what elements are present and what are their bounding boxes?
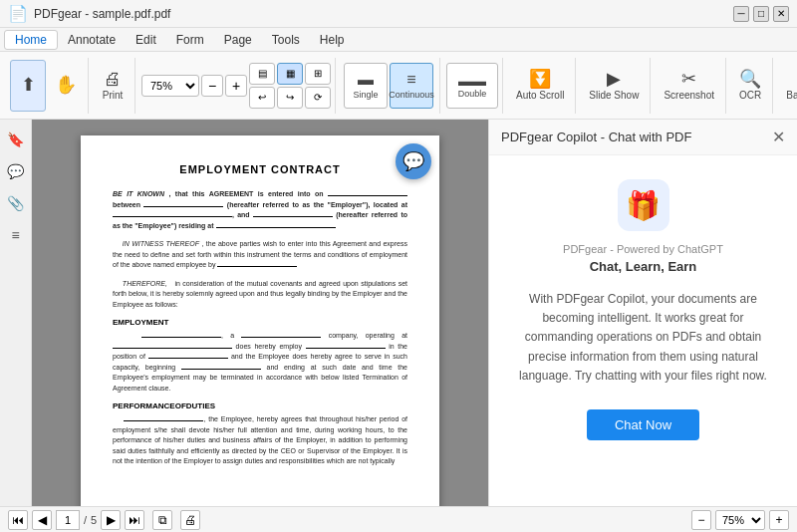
status-left: ⏮ ◀ / 5 ▶ ⏭ ⧉ 🖨 — [8, 510, 200, 530]
page-separator: / — [84, 514, 87, 526]
attachment-icon[interactable]: 📎 — [4, 191, 28, 215]
menu-bar: Home Annotate Edit Form Page Tools Help — [0, 28, 797, 52]
zoom-status-select[interactable]: 75% 50% 100% — [715, 510, 765, 530]
chat-now-button[interactable]: Chat Now — [587, 409, 699, 440]
view-btn-4[interactable]: ↩ — [249, 87, 275, 109]
pdf-blank-12 — [181, 369, 261, 370]
single-page-button[interactable]: ▬ Single — [344, 63, 388, 109]
continuous-page-button[interactable]: ≡ Continuous — [390, 63, 433, 109]
first-page-button[interactable]: ⏮ — [8, 510, 28, 530]
print-button[interactable]: 🖨 Print — [95, 60, 131, 112]
menu-tools[interactable]: Tools — [262, 31, 310, 49]
ocr-icon: 🔍 — [739, 70, 761, 88]
page-view-group: ▬ Single ≡ Continuous — [338, 58, 440, 114]
comment-icon[interactable]: 💬 — [4, 159, 28, 183]
continuous-label: Continuous — [389, 90, 434, 100]
pdf-blank-13 — [124, 420, 203, 421]
chat-fab-button[interactable]: 💬 — [396, 143, 431, 179]
zoom-in-button[interactable]: + — [225, 75, 247, 97]
pdf-blank-4 — [253, 216, 333, 217]
auto-scroll-label: Auto Scroll — [516, 90, 564, 101]
minimize-button[interactable]: ─ — [733, 6, 749, 22]
pdf-paragraph-1: BE IT KNOWN , that this AGREEMENT is ent… — [113, 189, 407, 231]
close-button[interactable]: ✕ — [773, 6, 789, 22]
menu-page[interactable]: Page — [214, 31, 262, 49]
total-pages: 5 — [91, 514, 97, 526]
view-toggle-group: ▤ ▦ ⊞ ↩ ↪ ⟳ — [249, 63, 331, 109]
print-icon: 🖨 — [104, 70, 122, 88]
single-label: Single — [353, 90, 378, 100]
pdf-page: 💬 EMPLOYMENT CONTRACT BE IT KNOWN , that… — [81, 135, 439, 506]
next-page-button[interactable]: ▶ — [101, 510, 121, 530]
pdf-document-title: EMPLOYMENT CONTRACT — [113, 163, 407, 175]
menu-annotate[interactable]: Annotate — [58, 31, 126, 49]
hand-icon: ✋ — [55, 76, 77, 94]
layers-icon[interactable]: ≡ — [4, 223, 28, 247]
zoom-in-status-button[interactable]: + — [769, 510, 789, 530]
ocr-button[interactable]: 🔍 OCR — [732, 60, 768, 112]
pdf-blank-9 — [113, 348, 232, 349]
print-status-button[interactable]: 🖨 — [180, 510, 200, 530]
auto-scroll-button[interactable]: ⏬ Auto Scroll — [509, 60, 571, 112]
title-bar: 📄 PDFgear - sample.pdf.pdf ─ □ ✕ — [0, 0, 797, 28]
toolbar: ⬆ ✋ 🖨 Print 75% 50% 100% 125% 150% − + ▤… — [0, 52, 797, 120]
print-label: Print — [103, 90, 124, 101]
pdf-blank-11 — [148, 358, 228, 359]
view-btn-3[interactable]: ⊞ — [305, 63, 331, 85]
continuous-icon: ≡ — [406, 71, 415, 89]
select-tool-button[interactable]: ⬆ — [10, 60, 46, 112]
auto-scroll-group: ⏬ Auto Scroll — [505, 58, 576, 114]
app-title: PDFgear - sample.pdf.pdf — [34, 7, 170, 21]
ocr-group: 🔍 OCR — [728, 58, 773, 114]
background-button[interactable]: 🎨 Background — [779, 60, 797, 112]
zoom-out-status-button[interactable]: − — [691, 510, 711, 530]
menu-edit[interactable]: Edit — [126, 31, 166, 49]
left-sidebar: 🔖 💬 📎 ≡ — [0, 120, 32, 506]
copilot-content: 🎁 PDFgear - Powered by ChatGPT Chat, Lea… — [489, 155, 797, 506]
copilot-description: With PDFgear Copilot, your documents are… — [509, 290, 777, 386]
prev-page-button[interactable]: ◀ — [32, 510, 52, 530]
view-btn-1[interactable]: ▤ — [249, 63, 275, 85]
slideshow-icon: ▶ — [607, 70, 621, 88]
pdf-blank-1 — [328, 195, 407, 196]
menu-form[interactable]: Form — [166, 31, 214, 49]
bookmark-icon[interactable]: 🔖 — [4, 128, 28, 151]
zoom-out-button[interactable]: − — [201, 75, 223, 97]
slideshow-label: Slide Show — [589, 90, 639, 101]
menu-home[interactable]: Home — [4, 30, 58, 50]
screenshot-group: ✂ Screenshot — [653, 58, 726, 114]
current-page-input[interactable] — [56, 510, 80, 530]
background-label: Background — [786, 90, 797, 101]
pdf-blank-5 — [216, 227, 336, 228]
pdf-paragraph-2: IN WITNESS THEREOF , the above parties w… — [113, 239, 407, 271]
menu-help[interactable]: Help — [310, 31, 355, 49]
copilot-logo-icon: 🎁 — [626, 189, 661, 222]
slideshow-button[interactable]: ▶ Slide Show — [582, 60, 646, 112]
title-bar-controls: ─ □ ✕ — [733, 6, 789, 22]
view-btn-6[interactable]: ⟳ — [305, 87, 331, 109]
pdf-area: 💬 EMPLOYMENT CONTRACT BE IT KNOWN , that… — [32, 120, 488, 506]
print-group: 🖨 Print — [91, 58, 135, 114]
copy-status-button[interactable]: ⧉ — [152, 510, 172, 530]
pdf-blank-7 — [141, 337, 221, 338]
auto-scroll-icon: ⏬ — [529, 70, 551, 88]
ocr-label: OCR — [739, 90, 761, 101]
last-page-button[interactable]: ⏭ — [125, 510, 144, 530]
pdf-performance-text: , the Employee, hereby agrees that throu… — [113, 414, 407, 467]
maximize-button[interactable]: □ — [753, 6, 769, 22]
copilot-brand: PDFgear - Powered by ChatGPT — [563, 243, 723, 255]
view-btn-5[interactable]: ↪ — [277, 87, 303, 109]
select-tools-group: ⬆ ✋ — [6, 58, 89, 114]
single-page-icon: ▬ — [358, 71, 374, 89]
zoom-group: 75% 50% 100% 125% 150% − + ▤ ▦ ⊞ ↩ ↪ ⟳ — [137, 58, 336, 114]
screenshot-button[interactable]: ✂ Screenshot — [657, 60, 721, 112]
hand-tool-button[interactable]: ✋ — [48, 60, 84, 112]
pdf-blank-6 — [217, 266, 297, 267]
copilot-close-button[interactable]: ✕ — [772, 128, 785, 146]
status-bar: ⏮ ◀ / 5 ▶ ⏭ ⧉ 🖨 − 75% 50% 100% + — [0, 506, 797, 532]
copilot-logo: 🎁 — [618, 179, 669, 231]
zoom-select[interactable]: 75% 50% 100% 125% 150% — [141, 75, 199, 97]
view-btn-2[interactable]: ▦ — [277, 63, 303, 85]
slideshow-group: ▶ Slide Show — [578, 58, 651, 114]
double-page-button[interactable]: ▬▬ Double — [446, 63, 498, 109]
